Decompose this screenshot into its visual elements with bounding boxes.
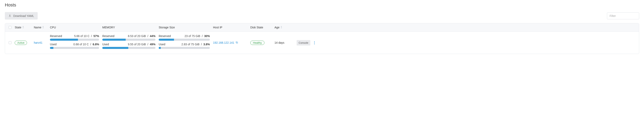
memory-metrics: Reserved 8.53 of 20 GiB / 44% Used 9.55 … (102, 34, 156, 51)
age-value: 14 days (274, 41, 284, 44)
column-header-storage: Storage Size (157, 26, 212, 29)
column-header-age-label: Age (274, 26, 280, 29)
storage-used-bar-fill (159, 47, 161, 49)
column-header-disk-state-label: Disk State (250, 26, 263, 29)
cpu-reserved-value: 5.66 of 10 C (74, 34, 90, 38)
sort-icon (42, 26, 44, 29)
mem-reserved-bar (102, 39, 156, 41)
state-badge: Active (15, 41, 27, 45)
filter-input[interactable] (607, 12, 639, 19)
host-name-link[interactable]: harv41 (34, 41, 42, 44)
host-ip-link[interactable]: 192.168.122.141 (213, 41, 238, 44)
console-button[interactable]: Console (297, 40, 310, 46)
cpu-reserved-label: Reserved (50, 34, 62, 38)
column-header-name-label: Name (34, 26, 41, 29)
row-checkbox[interactable] (9, 41, 12, 44)
column-header-storage-label: Storage Size (159, 26, 175, 29)
cpu-used-value: 0.68 of 10 C (73, 43, 88, 46)
row-actions-menu-button[interactable] (313, 41, 316, 44)
mem-used-bar-fill (102, 47, 128, 49)
storage-used-pct: 3.8% (204, 43, 210, 46)
host-ip-text: 192.168.122.141 (213, 41, 234, 44)
column-header-age[interactable]: Age (273, 26, 295, 29)
cpu-reserved-pct: 57% (94, 34, 99, 38)
mem-reserved-pct: 44% (150, 34, 156, 38)
storage-reserved-bar-fill (159, 39, 174, 41)
storage-reserved-label: Reserved (159, 34, 171, 38)
column-header-cpu-label: CPU (50, 26, 56, 29)
hosts-table: State Name CPU MEMORY Storage Size Host … (5, 23, 639, 54)
mem-reserved-label: Reserved (102, 34, 114, 38)
storage-reserved-pct: 30% (204, 34, 210, 38)
page-title: Hosts (5, 2, 639, 8)
mem-reserved-value: 8.53 of 20 GiB (128, 34, 146, 38)
column-header-disk-state: Disk State (249, 26, 273, 29)
cpu-used-bar (50, 47, 99, 49)
select-all-checkbox[interactable] (9, 26, 12, 29)
mem-used-label: Used (102, 43, 109, 46)
column-header-host-ip: Host IP (212, 26, 249, 29)
column-header-host-ip-label: Host IP (213, 26, 222, 29)
storage-metrics: Reserved 23 of 75 GiB / 30% Used 2.83 of… (159, 34, 210, 51)
disk-state-badge: Healthy (250, 41, 264, 45)
table-header: State Name CPU MEMORY Storage Size Host … (5, 23, 639, 32)
download-yaml-label: Download YAML (13, 14, 34, 18)
column-header-memory: MEMORY (101, 26, 157, 29)
table-row: Active harv41 Reserved 5.66 of 10 C / 57… (5, 32, 639, 54)
cpu-metrics: Reserved 5.66 of 10 C / 57% Used 0.68 of… (50, 34, 99, 51)
cpu-reserved-bar-fill (50, 39, 78, 41)
cpu-used-bar-fill (50, 47, 53, 49)
column-header-state[interactable]: State (13, 26, 32, 29)
mem-used-value: 9.55 of 20 GiB (128, 43, 146, 46)
column-header-cpu: CPU (48, 26, 101, 29)
cpu-used-pct: 6.8% (93, 43, 99, 46)
cpu-reserved-bar (50, 39, 99, 41)
download-icon (8, 14, 11, 18)
storage-reserved-bar (159, 39, 210, 41)
mem-reserved-bar-fill (102, 39, 126, 41)
column-header-memory-label: MEMORY (102, 26, 115, 29)
sort-icon (22, 26, 24, 29)
mem-used-pct: 49% (150, 43, 156, 46)
column-header-state-label: State (15, 26, 21, 29)
sort-icon (280, 26, 282, 29)
cpu-used-label: Used (50, 43, 56, 46)
storage-used-value: 2.83 of 75 GiB (182, 43, 200, 46)
storage-used-bar (159, 47, 210, 49)
copy-icon[interactable] (236, 41, 238, 44)
storage-used-label: Used (159, 43, 165, 46)
column-header-name[interactable]: Name (32, 26, 48, 29)
download-yaml-button[interactable]: Download YAML (5, 12, 38, 20)
mem-used-bar (102, 47, 156, 49)
storage-reserved-value: 23 of 75 GiB (185, 34, 200, 38)
toolbar: Download YAML (5, 12, 639, 20)
